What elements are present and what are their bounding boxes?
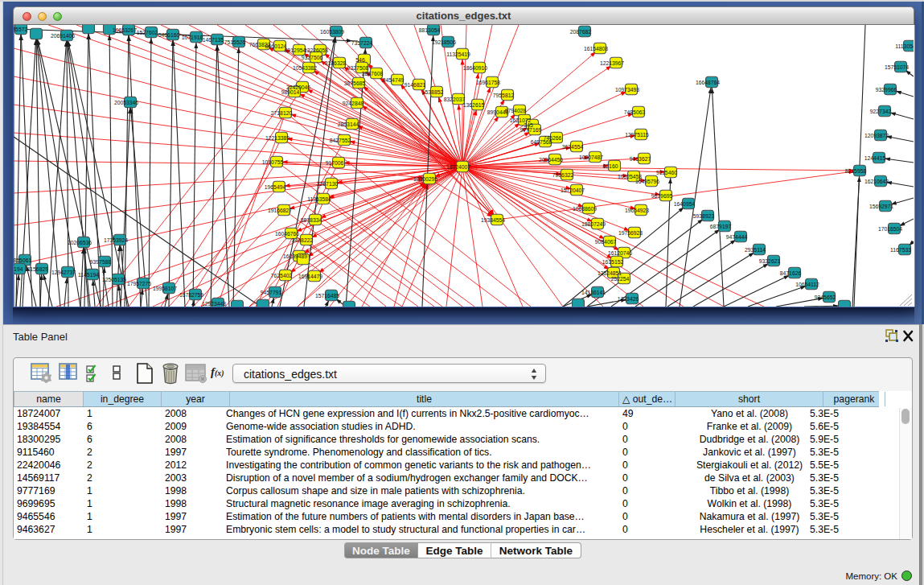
svg-text:14136141: 14136141 (581, 290, 606, 295)
svg-text:15720407: 15720407 (561, 187, 585, 193)
svg-text:62160: 62160 (603, 163, 618, 169)
svg-text:19384554: 19384554 (481, 217, 505, 223)
svg-text:8813054: 8813054 (419, 27, 441, 33)
svg-text:7515526: 7515526 (224, 39, 246, 45)
svg-text:1538852: 1538852 (422, 89, 444, 95)
svg-text:11325419: 11325419 (446, 51, 470, 57)
svg-text:1855061: 1855061 (14, 257, 31, 263)
svg-text:12093872: 12093872 (864, 133, 889, 138)
svg-text:15751074: 15751074 (885, 64, 909, 70)
svg-text:9327508: 9327508 (347, 65, 369, 71)
svg-text:9457791: 9457791 (261, 290, 282, 295)
svg-text:16648784: 16648784 (696, 80, 720, 85)
svg-text:1071918: 1071918 (182, 35, 203, 40)
svg-text:8454749: 8454749 (383, 77, 405, 83)
svg-text:9474444: 9474444 (726, 234, 748, 240)
svg-text:746266: 746266 (544, 135, 562, 141)
svg-text:15692971: 15692971 (869, 204, 893, 209)
svg-text:7955812: 7955812 (493, 93, 515, 98)
svg-text:9227342: 9227342 (870, 109, 892, 114)
svg-text:10688609: 10688609 (573, 206, 597, 212)
svg-text:2718120: 2718120 (271, 110, 293, 116)
svg-text:8427552: 8427552 (330, 138, 351, 143)
svg-text:16046766: 16046766 (275, 231, 299, 237)
svg-text:19654923: 19654923 (625, 208, 649, 213)
svg-text:10543382: 10543382 (293, 65, 317, 71)
svg-text:10653267: 10653267 (113, 27, 137, 33)
svg-text:9679695: 9679695 (651, 193, 673, 199)
svg-text:6879197: 6879197 (710, 224, 732, 229)
svg-text:18807249: 18807249 (581, 221, 606, 227)
svg-text:19756928: 19756928 (618, 230, 643, 236)
svg-text:10973493: 10973493 (615, 87, 639, 93)
svg-text:1362615: 1362615 (463, 102, 485, 108)
svg-text:10654112: 10654112 (795, 282, 819, 287)
svg-text:989014: 989014 (281, 89, 300, 95)
svg-text:3267130: 3267130 (317, 181, 339, 187)
svg-text:12942737: 12942737 (51, 270, 76, 275)
svg-text:17353924: 17353924 (104, 237, 128, 243)
svg-text:9332621: 9332621 (759, 258, 781, 264)
svg-text:5938923: 5938923 (693, 213, 715, 219)
svg-text:16210643: 16210643 (864, 179, 889, 184)
svg-text:12505135: 12505135 (102, 277, 126, 282)
svg-text:6794028: 6794028 (505, 108, 527, 113)
svg-text:9146821: 9146821 (405, 82, 426, 88)
svg-text:2087682: 2087682 (570, 29, 592, 35)
svg-text:7357224: 7357224 (351, 40, 373, 46)
svg-text:20691406: 20691406 (51, 33, 75, 39)
svg-text:7986322: 7986322 (552, 172, 574, 178)
svg-text:16120746: 16120746 (608, 250, 632, 256)
svg-text:3624554: 3624554 (562, 144, 584, 150)
svg-text:2935114: 2935114 (745, 247, 766, 253)
svg-text:12975115: 12975115 (625, 132, 649, 138)
svg-text:1145194: 1145194 (78, 272, 99, 278)
svg-text:8878334: 8878334 (301, 217, 322, 223)
svg-text:1244415: 1244415 (864, 155, 886, 161)
svg-text:19958107: 19958107 (153, 286, 177, 291)
svg-text:1113054: 1113054 (895, 43, 914, 49)
svg-text:2803144: 2803144 (338, 122, 359, 127)
svg-text:13226058: 13226058 (304, 47, 328, 53)
svg-text:39194: 39194 (14, 266, 23, 272)
svg-text:8912954: 8912954 (285, 47, 306, 53)
svg-text:8660124: 8660124 (265, 43, 287, 49)
svg-text:13524851: 13524851 (598, 270, 622, 276)
svg-text:252254: 252254 (611, 276, 630, 282)
svg-text:7625402: 7625402 (271, 273, 293, 278)
svg-text:9084067: 9084067 (595, 239, 617, 245)
svg-text:9245652: 9245652 (815, 295, 836, 300)
svg-text:6466160: 6466160 (158, 32, 180, 38)
svg-text:9329966: 9329966 (876, 87, 897, 93)
svg-text:15716485: 15716485 (315, 293, 339, 299)
svg-text:16914479: 16914479 (298, 274, 322, 279)
svg-text:3498222: 3498222 (292, 237, 314, 243)
svg-text:18724007: 18724007 (446, 164, 470, 170)
svg-text:1405572: 1405572 (14, 27, 27, 32)
svg-text:12213389: 12213389 (265, 135, 290, 141)
svg-text:917006: 917006 (326, 160, 344, 166)
svg-text:1010755: 1010755 (262, 159, 284, 165)
svg-text:8186328: 8186328 (325, 60, 347, 66)
svg-text:9242848: 9242848 (343, 101, 364, 106)
svg-text:1156829: 1156829 (27, 266, 48, 272)
svg-text:8322037: 8322037 (444, 97, 466, 102)
svg-text:20053346: 20053346 (114, 100, 138, 105)
svg-text:16053809: 16053809 (320, 29, 344, 35)
svg-text:18640910: 18640910 (463, 65, 487, 71)
svg-text:16154808: 16154808 (584, 46, 608, 51)
svg-text:1733426: 1733426 (618, 296, 639, 302)
svg-text:16961758: 16961758 (476, 80, 500, 85)
svg-text:1167533: 1167533 (890, 247, 911, 253)
svg-text:20206536: 20206536 (68, 240, 92, 245)
svg-text:17016504: 17016504 (878, 226, 902, 232)
svg-text:9777169: 9777169 (520, 127, 542, 133)
svg-text:19166827: 19166827 (268, 208, 292, 213)
svg-text:8215958: 8215958 (845, 168, 867, 174)
svg-text:9463627: 9463627 (630, 156, 651, 162)
svg-text:16099489: 16099489 (283, 253, 307, 259)
svg-text:20364456: 20364456 (539, 157, 563, 163)
svg-text:12213967: 12213967 (600, 60, 624, 66)
svg-text:2867608: 2867608 (362, 71, 384, 76)
svg-text:12923448: 12923448 (202, 301, 226, 307)
